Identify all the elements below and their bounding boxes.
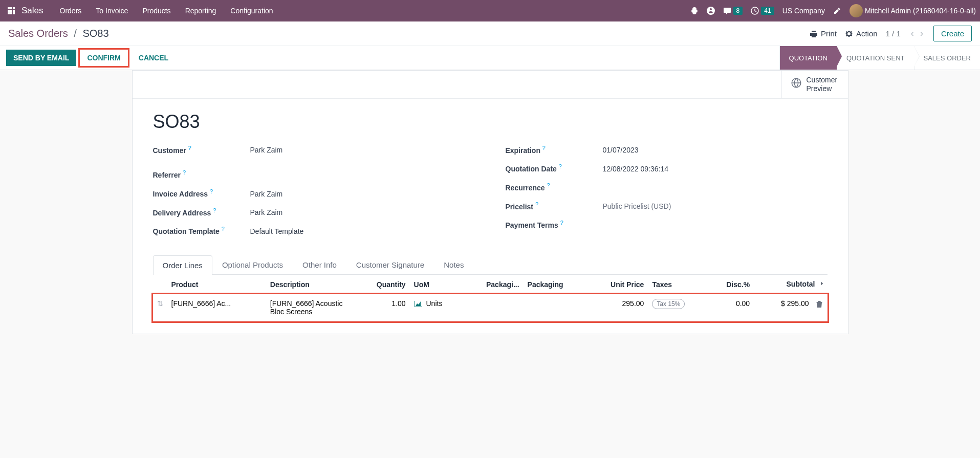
cell-packaging[interactable] (524, 294, 587, 321)
pager-next-icon[interactable]: › (918, 28, 925, 38)
breadcrumb: Sales Orders / SO83 (8, 28, 109, 39)
svg-rect-2 (13, 7, 15, 9)
nav-to-invoice[interactable]: To Invoice (89, 0, 135, 21)
th-packaging-qty[interactable]: Packagi... (463, 275, 523, 294)
nav-orders[interactable]: Orders (53, 0, 89, 21)
company-switcher[interactable]: US Company (782, 7, 825, 15)
th-disc[interactable]: Disc.% (708, 275, 754, 294)
gear-icon (845, 30, 853, 38)
pager-prev-icon[interactable]: ‹ (909, 28, 916, 38)
delete-row-icon[interactable] (815, 299, 823, 308)
svg-rect-6 (8, 12, 10, 14)
tab-order-lines[interactable]: Order Lines (153, 255, 212, 275)
apps-menu-icon[interactable] (4, 4, 18, 18)
cell-subtotal[interactable]: $ 295.00 (754, 294, 827, 321)
user-menu[interactable]: Mitchell Admin (21680404-16-0-all) (850, 4, 976, 17)
avatar (850, 4, 863, 17)
status-quotation[interactable]: Quotation (779, 46, 837, 70)
tab-other-info[interactable]: Other Info (293, 255, 346, 274)
cell-description[interactable]: [FURN_6666] Acoustic Bloc Screens (266, 294, 356, 321)
value-customer[interactable]: Park Zaim (250, 146, 283, 154)
nav-products[interactable]: Products (135, 0, 178, 21)
page-title: SO83 (153, 111, 827, 133)
help-icon[interactable]: ? (183, 169, 186, 176)
th-description[interactable]: Description (266, 275, 356, 294)
th-packaging[interactable]: Packaging (524, 275, 587, 294)
value-quotation-date[interactable]: 12/08/2022 09:36:14 (603, 165, 668, 173)
send-email-button[interactable]: Send by Email (6, 50, 76, 66)
app-brand[interactable]: Sales (21, 6, 43, 16)
nav-configuration[interactable]: Configuration (223, 0, 280, 21)
forecast-icon[interactable] (414, 299, 424, 308)
value-pricelist[interactable]: Public Pricelist (USD) (603, 202, 671, 210)
confirm-button[interactable]: Confirm (78, 48, 129, 68)
help-icon[interactable]: ? (542, 145, 546, 151)
th-uom[interactable]: UoM (410, 275, 464, 294)
svg-rect-3 (8, 10, 10, 12)
action-button[interactable]: Action (845, 29, 878, 38)
cell-unit-price[interactable]: 295.00 (587, 294, 648, 321)
activities-icon[interactable]: 41 (751, 7, 774, 15)
nav-reporting[interactable]: Reporting (178, 0, 224, 21)
help-icon[interactable]: ? (210, 188, 213, 194)
cell-product[interactable]: [FURN_6666] Ac... (167, 294, 266, 321)
help-icon[interactable]: ? (560, 220, 563, 226)
pager-count[interactable]: 1 / 1 (886, 29, 901, 38)
label-pricelist: Pricelist (506, 202, 533, 210)
th-product[interactable]: Product (167, 275, 266, 294)
label-customer: Customer (153, 146, 186, 154)
tab-customer-signature[interactable]: Customer Signature (346, 255, 434, 274)
status-quotation-sent[interactable]: Quotation Sent (837, 46, 914, 70)
help-icon[interactable]: ? (535, 201, 538, 207)
table-row[interactable]: ⇅ [FURN_6666] Ac... [FURN_6666] Acoustic… (153, 294, 827, 321)
svg-rect-1 (10, 7, 12, 9)
cell-taxes[interactable]: Tax 15% (648, 294, 708, 321)
cell-packaging-qty[interactable] (463, 294, 523, 321)
value-invoice-address[interactable]: Park Zaim (250, 190, 283, 198)
drag-handle-icon[interactable]: ⇅ (153, 294, 167, 321)
label-invoice-address: Invoice Address (153, 190, 208, 198)
support-icon[interactable] (707, 7, 715, 15)
cell-disc[interactable]: 0.00 (708, 294, 754, 321)
cell-quantity[interactable]: 1.00 (356, 294, 410, 321)
svg-rect-0 (8, 7, 10, 9)
create-button[interactable]: Create (933, 26, 972, 41)
status-bar: Quotation Quotation Sent Sales Order (779, 46, 980, 70)
customer-preview-button[interactable]: Customer Preview (781, 71, 848, 98)
label-referrer: Referrer (153, 171, 181, 179)
debug-icon[interactable] (690, 7, 699, 15)
help-icon[interactable]: ? (547, 182, 550, 188)
customer-preview-label: Customer Preview (807, 76, 838, 93)
label-recurrence: Recurrence (506, 184, 545, 192)
cancel-button[interactable]: Cancel (132, 50, 176, 66)
value-quotation-template[interactable]: Default Template (250, 227, 304, 235)
control-panel: Sales Orders / SO83 Print Action 1 / 1 ‹… (0, 21, 980, 70)
svg-rect-8 (13, 12, 15, 14)
label-payment-terms: Payment Terms (506, 221, 558, 229)
tools-icon[interactable] (833, 7, 841, 15)
svg-rect-5 (13, 10, 15, 12)
label-delivery-address: Delivery Address (153, 208, 211, 216)
status-sales-order[interactable]: Sales Order (914, 46, 980, 70)
help-icon[interactable]: ? (559, 163, 562, 169)
print-button[interactable]: Print (810, 29, 837, 38)
th-subtotal[interactable]: Subtotal (754, 275, 827, 294)
messages-icon[interactable]: 8 (723, 7, 743, 15)
th-unit-price[interactable]: Unit Price (587, 275, 648, 294)
label-quotation-date: Quotation Date (506, 165, 557, 173)
breadcrumb-root[interactable]: Sales Orders (8, 28, 68, 39)
breadcrumb-current: SO83 (82, 28, 108, 39)
th-quantity[interactable]: Quantity (356, 275, 410, 294)
cell-uom[interactable]: Units (410, 294, 464, 321)
tab-notes[interactable]: Notes (434, 255, 473, 274)
th-taxes[interactable]: Taxes (648, 275, 708, 294)
tab-optional-products[interactable]: Optional Products (212, 255, 293, 274)
help-icon[interactable]: ? (222, 226, 225, 232)
value-expiration[interactable]: 01/07/2023 (603, 146, 639, 154)
column-options-icon[interactable] (815, 280, 823, 289)
print-icon (810, 30, 818, 38)
value-delivery-address[interactable]: Park Zaim (250, 208, 283, 216)
messages-badge: 8 (733, 7, 743, 15)
help-icon[interactable]: ? (213, 207, 216, 213)
help-icon[interactable]: ? (188, 145, 191, 151)
